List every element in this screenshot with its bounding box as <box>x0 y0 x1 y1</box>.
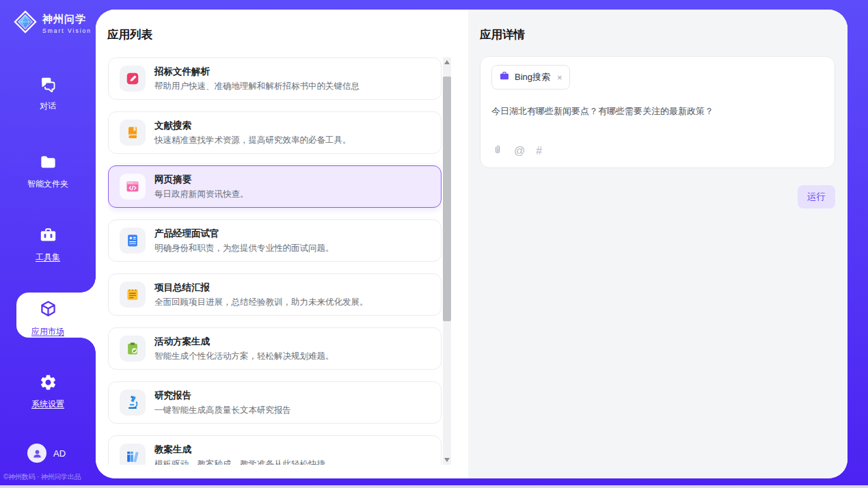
app-list-pane: 应用列表 招标文件解析 帮助用户快速、准确地理解和解析招标书中的关键信息 文献搜… <box>96 10 468 478</box>
avatar <box>27 444 46 463</box>
app-window: 神州问学 Smart Vision 对话 智能文件夹 <box>0 0 868 488</box>
app-card-description: 帮助用户快速、准确地理解和解析招标书中的关键信息 <box>154 81 360 92</box>
book-icon <box>120 120 146 146</box>
app-card-description: 明确身份和职责，为您提供专业性的面试问题。 <box>154 243 334 254</box>
app-card-title: 招标文件解析 <box>154 66 360 78</box>
toolbox-icon <box>39 226 57 247</box>
triangle-up-icon <box>444 60 450 64</box>
sidebar-item-settings[interactable]: 系统设置 <box>0 373 96 410</box>
folder-icon <box>39 153 57 174</box>
app-card-title: 文献搜索 <box>154 120 351 132</box>
triangle-down-icon <box>444 458 450 462</box>
sidebar-item-label: 系统设置 <box>31 398 64 410</box>
app-list: 招标文件解析 帮助用户快速、准确地理解和解析招标书中的关键信息 文献搜索 快速精… <box>108 57 442 465</box>
sidebar-item-toolset[interactable]: 工具集 <box>0 226 96 263</box>
sidebar-item-label: 智能文件夹 <box>27 178 68 190</box>
input-toolbar: @ # <box>492 143 542 159</box>
run-button[interactable]: 运行 <box>798 185 835 208</box>
app-card-title: 网页摘要 <box>154 174 249 186</box>
hash-icon[interactable]: # <box>536 145 542 157</box>
app-card-description: 模板驱动，教案秒成，教学准备从此轻松快捷 <box>154 459 325 465</box>
books-icon <box>120 444 146 465</box>
brand-subtitle: Smart Vision <box>42 27 92 34</box>
user-account[interactable]: AD <box>27 444 66 463</box>
brand-diamond-icon <box>14 10 37 36</box>
sidebar-item-label: 对话 <box>40 100 56 112</box>
app-card-description: 一键智能生成高质量长文本研究报告 <box>154 405 291 416</box>
microscope-icon <box>120 390 146 416</box>
bottom-edge-strip <box>0 485 868 488</box>
sidebar-item-label: 工具集 <box>36 252 60 263</box>
app-card-招标文件解析[interactable]: 招标文件解析 帮助用户快速、准确地理解和解析招标书中的关键信息 <box>108 57 442 100</box>
tool-chip-label: Bing搜索 <box>515 71 550 83</box>
tool-chip-bing-search[interactable]: Bing搜索 × <box>491 65 570 90</box>
app-card-description: 全面回顾项目进展，总结经验教训，助力未来优化发展。 <box>154 297 368 308</box>
app-card-网页摘要[interactable]: 网页摘要 每日政府新闻资讯快查。 <box>108 165 442 208</box>
app-list-scrollbar[interactable] <box>443 57 451 465</box>
sidebar-item-smart-folder[interactable]: 智能文件夹 <box>0 153 96 190</box>
app-card-教案生成[interactable]: 教案生成 模板驱动，教案秒成，教学准备从此轻松快捷 <box>108 435 442 465</box>
clipboard-icon <box>120 336 146 362</box>
scroll-up-button[interactable] <box>443 57 451 67</box>
cube-icon <box>38 299 58 322</box>
main-panel: 应用列表 招标文件解析 帮助用户快速、准确地理解和解析招标书中的关键信息 文献搜… <box>96 10 847 478</box>
app-card-文献搜索[interactable]: 文献搜索 快速精准查找学术资源，提高研究效率的必备工具。 <box>108 111 442 154</box>
app-card-项目总结汇报[interactable]: 项目总结汇报 全面回顾项目进展，总结经验教训，助力未来优化发展。 <box>108 273 442 316</box>
app-card-description: 智能生成个性化活动方案，轻松解决规划难题。 <box>154 351 334 362</box>
brand-logo: 神州问学 Smart Vision <box>14 10 92 36</box>
question-text[interactable]: 今日湖北有哪些新闻要点？有哪些需要关注的最新政策？ <box>491 105 824 118</box>
app-card-description: 每日政府新闻资讯快查。 <box>154 189 249 200</box>
app-card-title: 活动方案生成 <box>154 336 334 348</box>
briefcase-icon <box>499 70 510 84</box>
chat-icon <box>39 75 57 96</box>
scroll-down-button[interactable] <box>443 455 451 465</box>
copyright-text: ©神州数码 · 神州问学出品 <box>0 472 96 482</box>
app-list-title: 应用列表 <box>107 27 152 42</box>
app-card-description: 快速精准查找学术资源，提高研究效率的必备工具。 <box>154 135 351 146</box>
app-detail-card: Bing搜索 × 今日湖北有哪些新闻要点？有哪些需要关注的最新政策？ @ # <box>480 56 835 168</box>
app-card-title: 教案生成 <box>154 444 325 456</box>
gear-icon <box>39 373 57 394</box>
resume-icon <box>120 228 146 254</box>
scrollbar-thumb[interactable] <box>443 77 451 321</box>
user-initials: AD <box>53 448 66 459</box>
app-card-title: 产品经理面试官 <box>154 228 334 240</box>
sidebar: 神州问学 Smart Vision 对话 智能文件夹 <box>0 0 96 488</box>
paperclip-icon[interactable] <box>492 143 503 159</box>
app-card-研究报告[interactable]: 研究报告 一键智能生成高质量长文本研究报告 <box>108 381 442 424</box>
app-detail-title: 应用详情 <box>480 27 525 42</box>
sidebar-item-label: 应用市场 <box>31 326 64 338</box>
sidebar-item-app-market[interactable]: 应用市场 <box>0 299 96 338</box>
app-card-产品经理面试官[interactable]: 产品经理面试官 明确身份和职责，为您提供专业性的面试问题。 <box>108 219 442 262</box>
app-card-title: 研究报告 <box>154 390 291 402</box>
pen-edit-icon <box>120 66 146 92</box>
app-card-活动方案生成[interactable]: 活动方案生成 智能生成个性化活动方案，轻松解决规划难题。 <box>108 327 442 370</box>
web-code-icon <box>120 174 146 200</box>
brand-name: 神州问学 <box>42 13 92 26</box>
app-card-title: 项目总结汇报 <box>154 282 368 294</box>
close-icon[interactable]: × <box>557 73 562 82</box>
sidebar-item-chat[interactable]: 对话 <box>0 75 96 112</box>
app-detail-pane: 应用详情 Bing搜索 × 今日湖北有哪些新闻要点？有哪些需要关注的最新政策？ <box>468 10 847 478</box>
memo-icon <box>120 282 146 308</box>
at-icon[interactable]: @ <box>514 145 525 157</box>
